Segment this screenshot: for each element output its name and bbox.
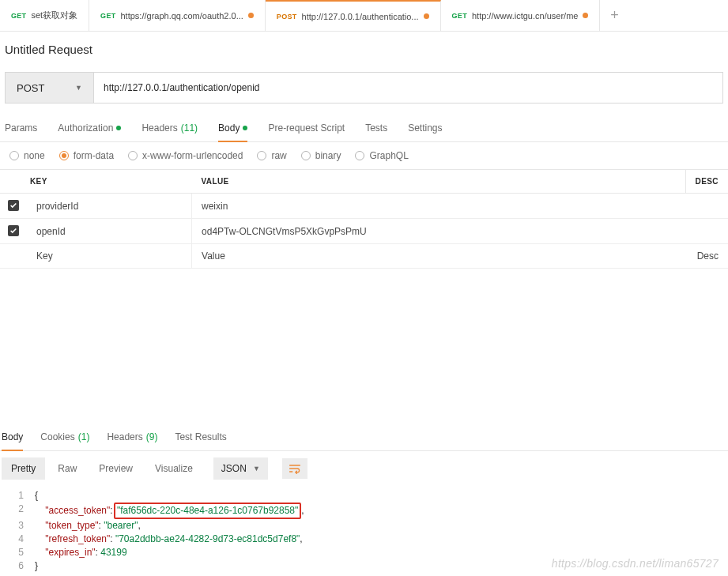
radio-raw[interactable]: raw xyxy=(257,150,286,161)
tab-label: Body xyxy=(2,431,23,442)
method-select[interactable]: POST ▼ xyxy=(5,72,93,104)
request-subtabs: Params Authorization Headers (11) Body P… xyxy=(0,115,728,142)
tab-label: Cookies xyxy=(40,431,74,442)
body-type-radios: none form-data x-www-form-urlencoded raw… xyxy=(0,142,728,169)
radio-label: form-data xyxy=(74,150,114,161)
tab-item-1[interactable]: GET https://graph.qq.com/oauth2.0... xyxy=(89,0,266,31)
method-select-value: POST xyxy=(17,82,44,94)
method-badge: POST xyxy=(277,13,297,21)
tab-title: https://graph.qq.com/oauth2.0... xyxy=(121,11,243,21)
radio-icon xyxy=(59,151,69,160)
wrap-lines-button[interactable] xyxy=(282,458,307,479)
json-value: "bearer" xyxy=(104,520,138,531)
radio-graphql[interactable]: GraphQL xyxy=(355,150,408,161)
tab-item-2[interactable]: POST http://127.0.0.1/authenticatio... xyxy=(266,0,441,31)
unsaved-dot-icon xyxy=(583,13,588,18)
tab-label: Tests xyxy=(365,122,387,134)
tab-label: Test Results xyxy=(175,431,226,442)
response-tabs: Body Cookies (1) Headers (9) Test Result… xyxy=(0,424,728,451)
line-number: 6 xyxy=(0,559,35,573)
unsaved-dot-icon xyxy=(424,13,429,19)
checkbox-icon[interactable] xyxy=(8,225,19,236)
chevron-down-icon: ▼ xyxy=(75,84,82,92)
url-row: POST ▼ xyxy=(0,67,728,115)
format-select[interactable]: JSON ▼ xyxy=(213,457,268,480)
tab-item-3[interactable]: GET http://www.ictgu.cn/user/me xyxy=(441,0,601,31)
tab-label: Pre-request Script xyxy=(268,122,345,134)
line-number: 5 xyxy=(0,546,35,559)
response-body-code[interactable]: 1{ 2 "access_token": "faf656dc-220c-48e4… xyxy=(0,486,728,576)
line-number: 4 xyxy=(0,533,35,546)
chevron-down-icon: ▼ xyxy=(253,465,260,472)
tab-tests[interactable]: Tests xyxy=(365,115,387,141)
tab-item-0[interactable]: GET set获取对象 xyxy=(0,0,89,31)
add-tab-button[interactable]: + xyxy=(600,0,628,31)
cell-value[interactable]: weixin xyxy=(192,194,686,219)
radio-icon xyxy=(301,151,311,160)
method-badge: GET xyxy=(11,12,26,20)
radio-label: GraphQL xyxy=(369,150,408,161)
resp-tab-body[interactable]: Body xyxy=(2,424,23,450)
radio-label: x-www-form-urlencoded xyxy=(142,150,243,161)
line-number: 3 xyxy=(0,519,35,533)
request-tabs-bar: GET set获取对象 GET https://graph.qq.com/oau… xyxy=(0,0,728,32)
tab-label: Headers xyxy=(141,122,177,134)
table-row[interactable]: providerId weixin xyxy=(0,194,728,219)
method-badge: GET xyxy=(100,12,115,20)
url-input[interactable] xyxy=(93,72,723,104)
preview-button[interactable]: Preview xyxy=(89,457,142,480)
table-row[interactable]: openId od4PTw-OLCNGtVmsP5XkGvpPsPmU xyxy=(0,219,728,244)
pretty-button[interactable]: Pretty xyxy=(2,457,45,480)
json-key: "token_type" xyxy=(45,520,98,531)
tab-label: Authorization xyxy=(58,122,113,134)
radio-none[interactable]: none xyxy=(9,150,45,161)
raw-button[interactable]: Raw xyxy=(48,457,86,480)
radio-xwww[interactable]: x-www-form-urlencoded xyxy=(128,150,243,161)
radio-icon xyxy=(9,151,19,160)
col-desc: DESC xyxy=(685,170,728,194)
radio-formdata[interactable]: form-data xyxy=(59,150,114,161)
cell-value-placeholder[interactable]: Value xyxy=(192,244,686,269)
tab-body[interactable]: Body xyxy=(218,115,247,141)
method-text: GET xyxy=(11,12,26,20)
tab-prerequest[interactable]: Pre-request Script xyxy=(268,115,345,141)
line-number: 1 xyxy=(0,489,35,503)
json-key: "access_token" xyxy=(45,505,110,516)
table-row-empty[interactable]: Key Value Desc xyxy=(0,244,728,269)
visualize-button[interactable]: Visualize xyxy=(145,457,202,480)
status-dot-icon xyxy=(116,126,121,130)
headers-count: (11) xyxy=(181,122,198,134)
tab-label: Headers xyxy=(107,431,142,442)
tab-headers[interactable]: Headers (11) xyxy=(141,115,198,141)
radio-label: binary xyxy=(315,150,341,161)
radio-label: raw xyxy=(271,150,286,161)
tab-authorization[interactable]: Authorization xyxy=(58,115,121,141)
wrap-icon xyxy=(289,463,301,474)
json-key: "refresh_token" xyxy=(45,533,110,544)
resp-tab-headers[interactable]: Headers (9) xyxy=(107,424,157,450)
tab-title: http://127.0.0.1/authenticatio... xyxy=(302,12,419,21)
tab-title: http://www.ictgu.cn/user/me xyxy=(472,11,579,21)
body-formdata-table: KEY VALUE DESC providerId weixin openId … xyxy=(0,169,728,269)
cell-key[interactable]: providerId xyxy=(27,194,192,219)
resp-tab-testresults[interactable]: Test Results xyxy=(175,424,226,450)
cell-key[interactable]: openId xyxy=(27,219,192,244)
cell-value[interactable]: od4PTw-OLCNGtVmsP5XkGvpPsPmU xyxy=(192,219,686,244)
radio-label: none xyxy=(24,150,45,161)
response-section: Body Cookies (1) Headers (9) Test Result… xyxy=(0,424,728,576)
resp-tab-cookies[interactable]: Cookies (1) xyxy=(40,424,89,450)
tab-label: Body xyxy=(218,122,240,134)
json-value: 43199 xyxy=(100,547,126,558)
col-key: KEY xyxy=(0,170,192,194)
tab-params[interactable]: Params xyxy=(5,115,37,141)
checkbox-icon[interactable] xyxy=(8,200,19,211)
cell-key-placeholder[interactable]: Key xyxy=(27,244,192,269)
cookies-count: (1) xyxy=(78,431,90,442)
tab-settings[interactable]: Settings xyxy=(408,115,442,141)
radio-icon xyxy=(257,151,266,160)
format-value: JSON xyxy=(221,463,247,474)
request-name[interactable]: Untitled Request xyxy=(0,32,728,67)
json-value: "70a2ddbb-ae24-4282-9d73-ec81dc5d7ef8" xyxy=(115,533,300,544)
cell-desc-placeholder[interactable]: Desc xyxy=(685,244,728,269)
radio-binary[interactable]: binary xyxy=(301,150,341,161)
